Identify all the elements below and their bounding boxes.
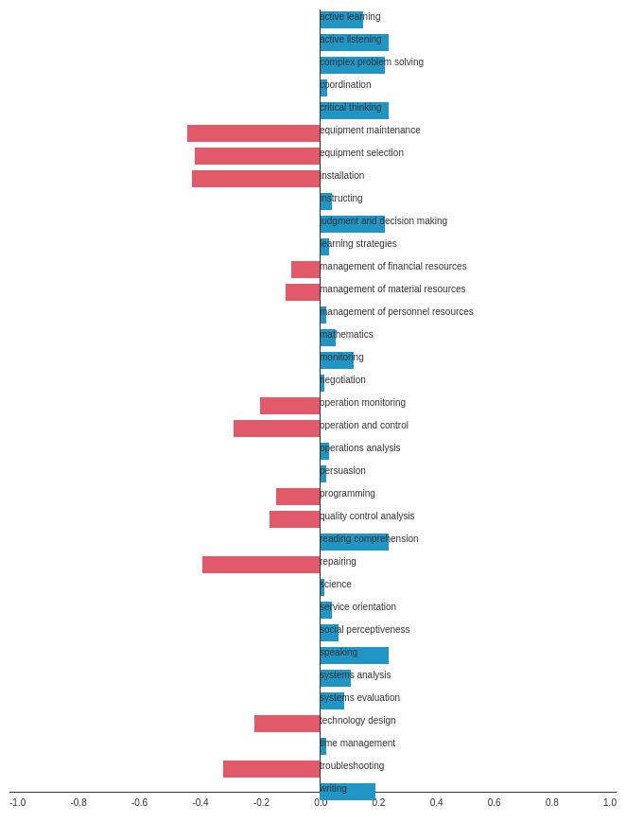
bar-label: complex problem solving (320, 57, 424, 67)
bar-label: critical thinking (320, 102, 382, 113)
bar-label: reading comprehension (320, 534, 419, 544)
bar-row: monitoring (9, 350, 617, 372)
bar-row: management of financial resources (9, 259, 617, 281)
bar-label: writing (320, 783, 347, 794)
bar-label: operation and control (320, 420, 409, 430)
bar-fill (286, 284, 320, 301)
bar-label: speaking (320, 647, 357, 657)
bar-label: monitoring (320, 352, 364, 362)
bar-fill (254, 715, 320, 732)
bar-fill (192, 170, 320, 187)
bar-fill (195, 148, 320, 165)
bar-row: equipment selection (9, 146, 617, 167)
bar-label: judgment and decision making (320, 216, 447, 226)
bar-fill (202, 556, 320, 573)
bar-label: operations analysis (320, 443, 401, 453)
bar-fill (234, 420, 320, 437)
bar-label: mathematics (320, 329, 374, 340)
bar-row: writing (9, 781, 617, 803)
bar-row: mathematics (9, 327, 617, 349)
bar-row: reading comprehension (9, 532, 617, 553)
bar-row: time management (9, 736, 617, 758)
bar-label: management of personnel resources (320, 306, 474, 317)
bar-row: learning strategies (9, 236, 617, 258)
bar-row: technology design (9, 713, 617, 735)
bar-row: management of personnel resources (9, 305, 617, 326)
bar-fill (291, 261, 320, 278)
bar-row: operation and control (9, 418, 617, 440)
bar-row: social perceptiveness (9, 622, 617, 644)
bar-label: quality control analysis (320, 511, 415, 521)
bar-label: science (320, 579, 352, 589)
bars-wrapper: active learningactive listeningcomplex p… (9, 9, 617, 793)
bar-label: time management (320, 738, 395, 748)
bar-row: judgment and decision making (9, 214, 617, 236)
bar-label: troubleshooting (320, 761, 384, 771)
bar-label: coordination (320, 79, 371, 90)
bar-label: programming (320, 488, 375, 499)
bar-row: troubleshooting (9, 759, 617, 780)
bar-row: coordination (9, 78, 617, 99)
bars-area: active learningactive listeningcomplex p… (9, 9, 617, 803)
bar-label: repairing (320, 556, 356, 567)
bar-row: equipment maintenance (9, 123, 617, 145)
bar-fill (276, 488, 320, 505)
bar-row: quality control analysis (9, 509, 617, 531)
bar-row: critical thinking (9, 100, 617, 122)
bar-label: equipment maintenance (320, 125, 421, 135)
bar-row: operations analysis (9, 441, 617, 463)
bar-row: persuasion (9, 464, 617, 485)
bar-label: management of material resources (320, 284, 466, 294)
bar-label: equipment selection (320, 148, 404, 158)
bar-row: systems analysis (9, 668, 617, 690)
bar-row: negotiation (9, 373, 617, 394)
bar-label: systems evaluation (320, 692, 400, 703)
chart-container: active learningactive listeningcomplex p… (0, 0, 626, 840)
bar-row: systems evaluation (9, 691, 617, 712)
bar-label: systems analysis (320, 670, 391, 680)
bar-label: learning strategies (320, 238, 397, 249)
bar-label: management of financial resources (320, 261, 467, 271)
bar-row: management of material resources (9, 282, 617, 304)
bar-row: active learning (9, 9, 617, 31)
bar-label: instructing (320, 193, 363, 203)
bar-row: complex problem solving (9, 55, 617, 77)
bar-label: service orientation (320, 602, 396, 612)
bar-fill (187, 125, 320, 142)
bar-label: persuasion (320, 465, 366, 476)
bar-fill (223, 761, 320, 778)
bar-row: service orientation (9, 600, 617, 621)
bar-fill (270, 511, 320, 528)
bar-row: instructing (9, 191, 617, 213)
bar-row: active listening (9, 32, 617, 54)
bar-label: technology design (320, 715, 396, 726)
bar-row: installation (9, 168, 617, 190)
bar-label: operation monitoring (320, 397, 406, 408)
bar-row: programming (9, 486, 617, 508)
bar-row: speaking (9, 645, 617, 667)
bar-label: active learning (320, 11, 380, 22)
bar-label: social perceptiveness (320, 624, 410, 635)
bar-row: science (9, 577, 617, 599)
bar-label: installation (320, 170, 364, 181)
zero-axis-line (320, 9, 321, 792)
bar-label: active listening (320, 34, 382, 44)
bar-label: negotiation (320, 375, 366, 385)
bar-row: repairing (9, 554, 617, 576)
bar-row: operation monitoring (9, 395, 617, 417)
bar-fill (260, 397, 320, 414)
